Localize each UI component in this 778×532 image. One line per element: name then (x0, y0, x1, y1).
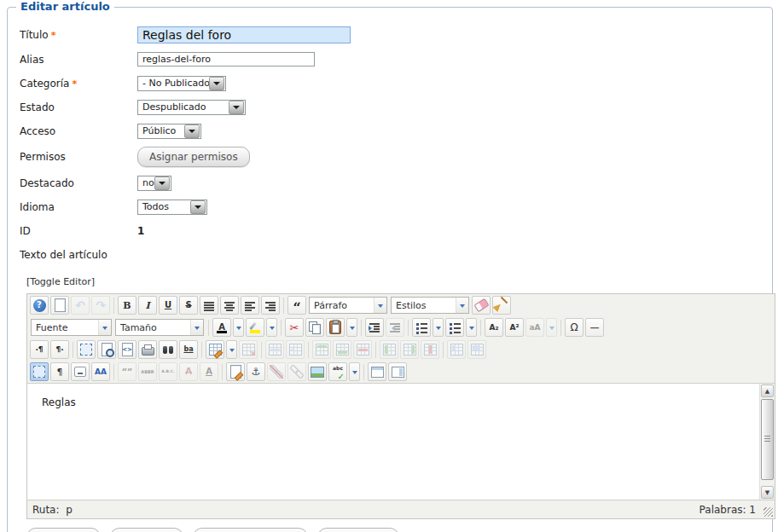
text-color-button[interactable]: A (212, 318, 231, 337)
cleanup-code-icon (495, 298, 508, 312)
superscript-button[interactable]: A² (505, 318, 524, 337)
insert-column-before-button (380, 340, 398, 359)
category-select[interactable]: - No Publicados (137, 76, 226, 91)
print-button[interactable] (138, 340, 157, 359)
state-select[interactable]: Despublicado (137, 100, 246, 115)
nonbreaking-space-button[interactable] (71, 362, 90, 381)
anchor-button[interactable]: ⚓ (247, 362, 265, 381)
numbered-list-button[interactable] (412, 318, 431, 337)
split-cells-button (447, 340, 466, 359)
spellcheck-button[interactable]: abc (328, 362, 347, 381)
form-row-id: ID 1 (20, 223, 772, 239)
chevron-down-icon (184, 124, 200, 138)
cut-button[interactable]: ✂ (285, 318, 304, 337)
access-select[interactable]: Público (137, 124, 201, 139)
insert-image-button[interactable] (308, 362, 327, 381)
chevron-down-icon (190, 320, 203, 335)
source-code-button[interactable]: <> (118, 340, 136, 359)
fullscreen-button[interactable] (77, 340, 96, 359)
strikethrough-button[interactable]: S (179, 296, 198, 315)
insert-layer-button[interactable] (368, 362, 386, 381)
paste-menu[interactable] (346, 318, 357, 337)
show-blocks-button[interactable]: ¶ (50, 362, 69, 381)
path-element[interactable]: p (66, 504, 73, 516)
editor-scrollbar[interactable]: ▲ ▼ (759, 384, 775, 500)
highlight-color-menu[interactable] (266, 318, 277, 337)
font-select[interactable]: Fuente (31, 319, 112, 336)
align-center-button[interactable] (220, 296, 239, 315)
horizontal-rule-icon: — (588, 321, 601, 334)
preview-button[interactable] (97, 340, 116, 359)
assign-permissions-button[interactable]: Asignar permisos (137, 147, 250, 167)
scroll-up-arrow-icon[interactable]: ▲ (761, 385, 774, 397)
help-icon: ? (33, 299, 46, 312)
new-document-button[interactable] (50, 296, 69, 315)
readmore-button[interactable]: Leer más (317, 528, 399, 532)
highlight-color-button[interactable] (246, 318, 264, 337)
remove-format-button[interactable] (472, 296, 491, 315)
scrollbar-thumb[interactable] (761, 399, 774, 480)
element-path: Ruta: p (32, 504, 700, 516)
title-input[interactable] (137, 26, 351, 43)
toolbar-separator (443, 342, 444, 358)
ltr-paragraph-button[interactable]: ·¶ (30, 340, 49, 359)
blockquote-button[interactable]: “ (287, 296, 306, 315)
word-count: Palabras: 1 (700, 504, 756, 516)
find-replace-button[interactable]: ba (179, 340, 198, 359)
scroll-down-arrow-icon[interactable]: ▼ (761, 486, 774, 499)
toolbar-row-1: ?↶↷BIUS“PárrafoEstilos (27, 294, 775, 316)
visual-guidelines-button[interactable] (30, 362, 49, 381)
align-right-button[interactable] (261, 296, 280, 315)
richtext-editor: ?↶↷BIUS“PárrafoEstilos FuenteTamañoA✂A₂A… (26, 293, 775, 519)
featured-select[interactable]: no (137, 176, 171, 191)
underline-button[interactable]: U (159, 296, 177, 315)
category-select-value: - No Publicados (138, 78, 209, 89)
toggle-editor-link[interactable]: [Toggle Editor] (26, 276, 772, 287)
state-label: Estado (20, 101, 137, 113)
insert-iframe-button[interactable] (388, 362, 407, 381)
editor-content-area[interactable]: Reglas ▲ ▼ (27, 383, 775, 500)
toolbar-separator (201, 342, 202, 358)
cleanup-code-button[interactable] (492, 296, 511, 315)
paste-button[interactable] (326, 318, 345, 337)
italic-button[interactable]: I (138, 296, 157, 315)
path-label: Ruta: (32, 504, 60, 516)
alias-input[interactable] (137, 52, 315, 66)
style-properties-button[interactable]: AA (91, 362, 110, 381)
numbered-list-menu[interactable] (433, 318, 444, 337)
resize-grip[interactable] (763, 507, 773, 517)
insert-table-menu[interactable] (226, 340, 237, 359)
help-button[interactable]: ? (30, 296, 49, 315)
featured-label: Destacado (20, 177, 137, 189)
styles-select[interactable]: Estilos (391, 297, 469, 314)
justify-full-button[interactable] (200, 296, 218, 315)
featured-select-value: no (138, 177, 154, 188)
pagebreak-button[interactable]: Salto de página (193, 528, 308, 532)
bullet-list-menu[interactable] (466, 318, 477, 337)
preview-icon (102, 343, 113, 356)
id-label: ID (20, 225, 137, 237)
insert-attributes-button[interactable] (226, 362, 245, 381)
article-button[interactable]: Artículo (26, 528, 101, 532)
bold-button[interactable]: B (118, 296, 136, 315)
insert-link-icon (290, 365, 304, 379)
horizontal-rule-button[interactable]: — (585, 318, 604, 337)
align-right-icon (264, 299, 276, 312)
font-size-select[interactable]: Tamaño (115, 319, 204, 336)
spellcheck-menu[interactable] (349, 362, 360, 381)
insert-table-button[interactable] (206, 340, 224, 359)
rtl-paragraph-button[interactable]: ¶· (50, 340, 69, 359)
highlight-color-icon (248, 321, 262, 334)
language-select[interactable]: Todos (137, 200, 207, 215)
find-button[interactable] (159, 340, 177, 359)
bullet-list-button[interactable] (445, 318, 464, 337)
indent-button[interactable] (365, 318, 384, 337)
image-button[interactable]: Imagen (110, 528, 183, 532)
align-left-button[interactable] (241, 296, 259, 315)
subscript-button[interactable]: A₂ (485, 318, 503, 337)
paragraph-format-select[interactable]: Párrafo (309, 297, 387, 314)
deletion-icon: A (182, 365, 195, 379)
copy-button[interactable] (305, 318, 324, 337)
text-color-menu[interactable] (233, 318, 244, 337)
special-character-button[interactable]: Ω (565, 318, 584, 337)
